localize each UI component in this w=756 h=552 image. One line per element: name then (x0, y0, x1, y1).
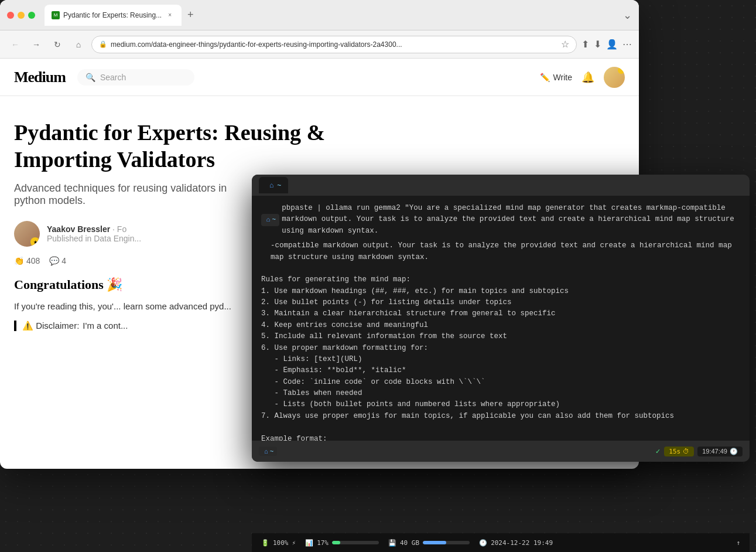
battery-level: 100% (273, 539, 289, 547)
ram-level: 40 GB (400, 539, 419, 547)
tab-close-button[interactable]: × (165, 11, 175, 20)
status-home-icon: ⌂ (264, 448, 268, 455)
cpu-progress-fill (332, 541, 340, 544)
write-button[interactable]: ✏️ Write (540, 73, 572, 82)
terminal-rule-6d: - Tables when needed (261, 388, 740, 399)
article-title: Pydantic for Experts: Reusing & Importin… (14, 120, 365, 173)
comment-icon: 💬 (49, 256, 59, 265)
terminal-blank-1 (261, 263, 740, 274)
terminal-statusbar: ⌂ ~ ✓ 15s ⏱ 19:47:49 🕐 (252, 441, 750, 462)
battery-icon: 🔋 (261, 539, 269, 547)
maximize-button[interactable] (28, 12, 35, 19)
article-subtitle: Advanced techniques for reusing validato… (14, 182, 248, 207)
status-time-badge: 19:47:49 🕐 (697, 447, 743, 456)
author-avatar: ★ (14, 221, 40, 247)
share-icon[interactable]: ⬆ (581, 39, 589, 50)
url-text: medium.com/data-engineer-things/pydantic… (111, 40, 557, 49)
ram-indicator: 💾 40 GB (388, 539, 470, 547)
home-prompt-icon: ⌂ (266, 215, 271, 225)
tab-menu-button[interactable]: ⌄ (623, 9, 632, 22)
terminal-command: pbpaste | ollama run gemma2 "You are a s… (282, 203, 740, 237)
new-tab-button[interactable]: + (184, 9, 197, 21)
status-prompt-badge: ⌂ ~ (259, 447, 277, 456)
header-right: ✏️ Write 🔔 (540, 67, 625, 88)
browser-tab-active[interactable]: M Pydantic for Experts: Reusing... × (45, 5, 182, 26)
more-menu-icon[interactable]: ⋯ (622, 39, 632, 50)
terminal-blank-2 (261, 422, 740, 433)
terminal-rule-6e: - Lists (both bullet points and numbered… (261, 399, 740, 410)
bookmark-icon[interactable]: ☆ (561, 39, 569, 50)
date-icon: 🕐 (479, 539, 487, 547)
status-tilde: ~ (270, 448, 273, 455)
clap-icon: 👏 (14, 256, 24, 265)
clap-count[interactable]: 👏 408 (14, 256, 40, 265)
lock-icon: 🔒 (99, 40, 107, 48)
disclaimer-label: ⚠️ Disclaimer: (22, 321, 79, 331)
minimize-button[interactable] (18, 12, 25, 19)
profile-icon[interactable]: 👤 (606, 39, 618, 50)
reload-button[interactable]: ↻ (49, 36, 66, 53)
author-badge: ★ (30, 237, 40, 247)
terminal-titlebar: ⌂ ~ (252, 175, 750, 196)
traffic-lights (7, 12, 35, 19)
ram-progress-fill (423, 541, 446, 544)
bolt-icon: ⚡ (292, 539, 296, 547)
tab-title: Pydantic for Experts: Reusing... (63, 11, 162, 19)
status-check-icon: ✓ (655, 448, 661, 455)
tab-bar: M Pydantic for Experts: Reusing... × + (45, 5, 618, 26)
tilde-prompt: ~ (272, 215, 276, 225)
author-name: Yaakov Bressler · Fo (47, 224, 141, 234)
cpu-icon: 📊 (305, 539, 313, 547)
date-indicator: 🕐 2024-12-22 19:49 (479, 539, 553, 547)
status-timer-badge: 15s ⏱ (664, 447, 694, 456)
forward-button[interactable]: → (28, 36, 45, 53)
home-icon: ⌂ (269, 181, 273, 189)
nav-bar: ← → ↻ ⌂ 🔒 medium.com/data-engineer-thing… (0, 30, 639, 59)
terminal-rule-6: 6. Use proper markdown formatting for: (261, 343, 740, 354)
back-button[interactable]: ← (7, 36, 23, 53)
ram-progress-bar (423, 541, 470, 544)
terminal-footer-bar: 🔋 100% ⚡ 📊 17% 💾 40 GB 🕐 2024-12-22 19:4… (252, 533, 750, 552)
terminal-tab-active[interactable]: ⌂ ~ (259, 177, 288, 193)
close-button[interactable] (7, 12, 14, 19)
terminal-rule-1: 1. Use markdown headings (##, ###, etc.)… (261, 286, 740, 297)
home-button[interactable]: ⌂ (70, 36, 87, 53)
terminal-rule-4: 4. Keep entries concise and meaningful (261, 320, 740, 331)
cpu-level: 17% (317, 539, 329, 547)
url-bar[interactable]: 🔒 medium.com/data-engineer-things/pydant… (91, 36, 577, 53)
end-icon: ↑ (736, 539, 740, 547)
border-bar (14, 321, 16, 331)
search-icon: 🔍 (85, 73, 95, 82)
terminal-rule-2: 2. Use bullet points (-) for listing det… (261, 297, 740, 308)
end-indicator: ↑ (736, 539, 740, 547)
cpu-indicator: 📊 17% (305, 539, 379, 547)
terminal-rule-6a: - Links: [text](URL) (261, 354, 740, 365)
cpu-progress-bar (332, 541, 379, 544)
battery-indicator: 🔋 100% ⚡ (261, 539, 296, 547)
date-value: 2024-12-22 19:49 (491, 539, 553, 547)
search-bar[interactable]: 🔍 Search (77, 69, 194, 86)
terminal-rule-7: 7. Always use proper emojis for main top… (261, 411, 740, 422)
medium-logo[interactable]: Medium (14, 69, 66, 86)
search-placeholder: Search (100, 73, 126, 82)
terminal-rule-5: 5. Include all relevant information from… (261, 331, 740, 342)
comment-count[interactable]: 💬 4 (49, 256, 66, 265)
status-right-area: ✓ 15s ⏱ 19:47:49 🕐 (655, 447, 743, 456)
terminal-rule-6b: - Emphasis: **bold**, *italic* (261, 365, 740, 376)
tilde-label: ~ (277, 181, 281, 189)
disclaimer-text: I'm a cont... (83, 321, 128, 330)
terminal-rule-6c: - Code: `inline code` or code blocks wit… (261, 377, 740, 388)
terminal-output-continuation: -compatible markdown output. Your task i… (261, 240, 740, 263)
prompt-badge: ⌂ ~ (261, 214, 279, 226)
ram-icon: 💾 (388, 539, 396, 547)
terminal-prompt-line: ⌂ ~ pbpaste | ollama run gemma2 "You are… (261, 203, 740, 237)
terminal-body[interactable]: ⌂ ~ pbpaste | ollama run gemma2 "You are… (252, 196, 750, 441)
author-info: Yaakov Bressler · Fo Published in Data E… (47, 224, 141, 243)
notification-bell-icon[interactable]: 🔔 (581, 71, 594, 84)
write-label: Write (553, 73, 572, 82)
terminal-rules-header: Rules for generating the mind map: (261, 274, 740, 285)
download-icon[interactable]: ⬇ (594, 39, 601, 50)
terminal-example-header: Example format: (261, 434, 740, 441)
author-publication: Published in Data Engin... (47, 234, 141, 243)
user-avatar[interactable] (604, 67, 625, 88)
